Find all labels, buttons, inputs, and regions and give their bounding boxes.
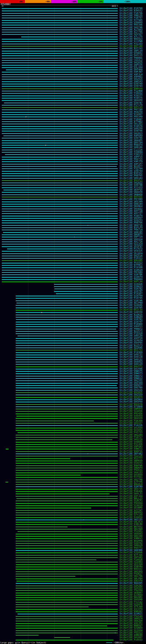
hit-line[interactable] <box>2 44 118 44</box>
hit-line[interactable] <box>16 425 118 426</box>
hit-line[interactable] <box>2 187 118 188</box>
hit-line[interactable] <box>16 510 118 511</box>
hit-line[interactable] <box>16 343 118 343</box>
hit-line[interactable] <box>16 348 118 348</box>
hit-label[interactable]: UniRef100_P16032 <box>120 92 143 94</box>
hit-line[interactable] <box>2 157 118 158</box>
hit-line[interactable] <box>54 284 118 285</box>
hit-line[interactable] <box>2 176 118 176</box>
hit-row[interactable]: UniRef100_P05346 <box>0 24 146 26</box>
hit-line[interactable] <box>16 503 118 504</box>
hit-label[interactable]: UniRef100_P32764 <box>120 168 143 170</box>
hit-line[interactable] <box>16 496 118 497</box>
hit-line[interactable] <box>2 79 117 80</box>
hit-line[interactable] <box>16 600 118 600</box>
hit-line[interactable] <box>2 34 118 35</box>
hit-line[interactable] <box>16 505 118 506</box>
hit-line[interactable] <box>2 274 118 275</box>
hit-line[interactable] <box>16 331 118 332</box>
hit-line[interactable] <box>16 369 118 370</box>
hit-line[interactable] <box>2 222 118 223</box>
hit-line[interactable] <box>16 472 118 473</box>
hit-label[interactable]: UniRef100_P08705 <box>120 174 143 177</box>
hit-line[interactable] <box>2 216 118 216</box>
hit-label[interactable]: UniRef100_Q49128 <box>120 356 143 358</box>
hit-line[interactable] <box>2 20 118 21</box>
hit-line[interactable] <box>16 560 97 560</box>
hit-line[interactable] <box>2 142 118 143</box>
hit-line[interactable] <box>16 626 107 626</box>
hit-line[interactable] <box>2 192 118 192</box>
hit-line[interactable] <box>16 404 118 405</box>
hit-line[interactable] <box>2 166 117 167</box>
hit-line[interactable] <box>2 60 118 61</box>
hit-line[interactable] <box>16 380 118 381</box>
hit-line[interactable] <box>2 119 118 120</box>
hit-line[interactable] <box>16 500 118 501</box>
hit-line[interactable] <box>2 46 118 46</box>
hit-line[interactable] <box>16 576 76 576</box>
hit-label[interactable]: UniRef100_P05346 <box>120 24 143 26</box>
hit-line[interactable] <box>2 88 118 89</box>
hit-line[interactable] <box>15 359 118 360</box>
hit-row[interactable]: UniRef100_P92994 <box>0 589 146 592</box>
hit-line[interactable] <box>16 486 118 487</box>
hit-label[interactable]: UniRef100_O49929 <box>120 544 143 547</box>
hit-line[interactable] <box>16 390 118 391</box>
hit-line[interactable] <box>16 595 118 596</box>
hit-row[interactable]: UniRef100_A9XP21 <box>0 325 146 328</box>
hit-label[interactable]: UniRef100_Q42815 <box>120 62 143 64</box>
hit-line[interactable] <box>2 112 118 113</box>
hit-line[interactable] <box>2 185 118 186</box>
hit-line[interactable] <box>16 557 118 558</box>
hit-line[interactable] <box>16 376 118 376</box>
hit-line[interactable] <box>16 635 38 636</box>
hit-line[interactable] <box>5 482 8 482</box>
hit-line[interactable] <box>16 352 118 353</box>
hit-line[interactable] <box>2 93 118 94</box>
hit-line[interactable] <box>16 592 118 593</box>
hit-line[interactable] <box>2 114 118 115</box>
hit-line[interactable] <box>2 265 118 266</box>
hit-line[interactable] <box>16 630 118 631</box>
hit-line[interactable] <box>16 543 118 544</box>
hit-line[interactable] <box>16 621 118 622</box>
hit-line[interactable] <box>16 489 118 490</box>
hit-row[interactable]: UniRef100_P27991 <box>0 476 146 478</box>
hit-row[interactable]: UniRef100_Q04A50 <box>0 99 146 102</box>
hit-line[interactable] <box>2 225 118 226</box>
hit-label[interactable]: UniRef100_Q84ZD0 <box>120 620 143 622</box>
hit-line[interactable] <box>16 399 118 400</box>
hit-line[interactable] <box>16 475 81 476</box>
hit-line[interactable] <box>16 409 118 410</box>
hit-line[interactable] <box>2 39 118 40</box>
hit-line[interactable] <box>21 36 118 37</box>
hit-line[interactable] <box>16 468 118 468</box>
hit-line[interactable] <box>2 147 118 148</box>
hit-line[interactable] <box>2 81 118 82</box>
hit-label[interactable]: UniRef100_Q39745 <box>120 137 143 139</box>
hit-line[interactable] <box>2 161 118 162</box>
hit-line[interactable] <box>16 378 118 379</box>
hit-line[interactable] <box>2 253 118 254</box>
hit-label[interactable]: UniRef100_Q84NG4 <box>120 205 143 208</box>
hit-line[interactable] <box>16 609 118 610</box>
hit-label[interactable]: UniRef100_P27991 <box>120 476 143 478</box>
hit-label[interactable]: UniRef100_P92994 <box>120 589 143 592</box>
hit-line[interactable] <box>16 428 118 428</box>
hit-line[interactable] <box>16 388 118 388</box>
hit-line[interactable] <box>2 91 118 92</box>
hit-line[interactable] <box>16 371 118 372</box>
hit-line[interactable] <box>16 548 118 548</box>
hit-line[interactable] <box>16 449 118 449</box>
hit-line[interactable] <box>2 116 118 117</box>
hit-label[interactable]: UniRef100_Q39746 <box>120 130 143 132</box>
hit-line[interactable] <box>16 416 118 416</box>
hit-line[interactable] <box>16 623 118 624</box>
hit-line[interactable] <box>2 30 118 30</box>
hit-line[interactable] <box>16 298 118 298</box>
hit-line[interactable] <box>2 244 118 244</box>
hit-line[interactable] <box>2 220 118 221</box>
hit-line[interactable] <box>2 10 118 11</box>
hit-line[interactable] <box>16 308 118 308</box>
